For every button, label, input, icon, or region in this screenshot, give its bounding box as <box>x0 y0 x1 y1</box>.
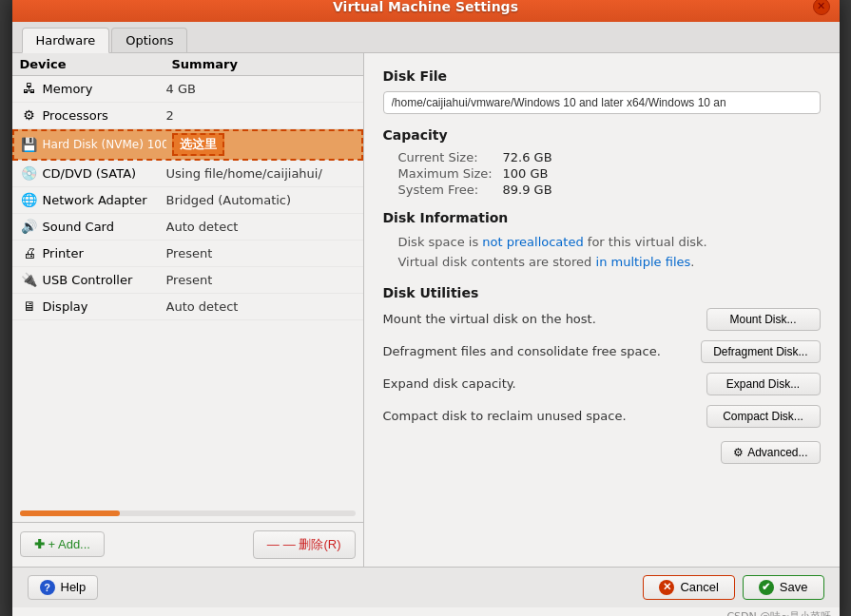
network-summary: Bridged (Automatic) <box>166 193 356 207</box>
device-row-processors[interactable]: ⚙ Processors 2 <box>12 103 363 129</box>
cd-dvd-summary: Using file/home/caijiahui/ <box>166 166 356 181</box>
utility-defrag-row: Defragment files and consolidate free sp… <box>383 340 821 363</box>
add-button[interactable]: ✚ + Add... <box>20 531 105 557</box>
delete-button[interactable]: — — 删除(R) <box>253 530 356 559</box>
disk-info-title: Disk Information <box>383 210 821 225</box>
device-row-display[interactable]: 🖥 Display Auto detect <box>12 294 363 320</box>
display-icon: 🖥 <box>20 298 39 314</box>
printer-icon: 🖨 <box>20 245 39 260</box>
usb-name: USB Controller <box>43 273 166 287</box>
capacity-current-value: 72.6 GB <box>503 150 552 164</box>
memory-name: Memory <box>43 82 166 96</box>
cancel-icon: ✕ <box>659 580 674 595</box>
utility-expand-text: Expand disk capacity. <box>383 376 706 391</box>
disk-info-line1: Disk space is not preallocated for this … <box>383 233 821 252</box>
advanced-label: Advanced... <box>747 446 807 459</box>
tab-options[interactable]: Options <box>111 28 187 52</box>
help-icon: ? <box>40 580 55 595</box>
disk-file-section-title: Disk File <box>383 68 821 84</box>
col-device-header: Device <box>20 57 172 71</box>
sound-icon: 🔊 <box>20 219 39 234</box>
hard-disk-icon: 💾 <box>20 137 39 152</box>
device-list: 🖧 Memory 4 GB ⚙ Processors 2 💾 Hard Disk… <box>12 76 363 320</box>
device-row-hard-disk[interactable]: 💾 Hard Disk (NVMe) 100 GB 选这里 <box>12 129 363 161</box>
right-panel: Disk File Capacity Current Size: 72.6 GB… <box>364 53 840 567</box>
expand-disk-button[interactable]: Expand Disk... <box>706 373 821 395</box>
device-row-sound[interactable]: 🔊 Sound Card Auto detect <box>12 214 363 241</box>
help-label: Help <box>61 580 87 594</box>
usb-summary: Present <box>166 273 356 287</box>
titlebar: Virtual Machine Settings ✕ <box>12 0 840 22</box>
del-label: — 删除(R) <box>283 536 341 553</box>
tab-hardware[interactable]: Hardware <box>22 28 110 53</box>
disk-info-line2: Virtual disk contents are stored in mult… <box>383 253 821 272</box>
capacity-section-title: Capacity <box>383 127 821 143</box>
cancel-label: Cancel <box>680 580 718 594</box>
processors-summary: 2 <box>166 108 356 123</box>
disk-info-section: Disk Information Disk space is not preal… <box>383 210 821 272</box>
device-row-memory[interactable]: 🖧 Memory 4 GB <box>12 76 363 103</box>
disk-utilities-section: Disk Utilities Mount the virtual disk on… <box>383 285 821 428</box>
cancel-button[interactable]: ✕ Cancel <box>643 575 734 600</box>
capacity-system-row: System Free: 89.9 GB <box>383 183 821 197</box>
close-icon: ✕ <box>817 0 825 12</box>
save-icon: ✔ <box>759 580 774 595</box>
disk-file-path-input[interactable] <box>383 91 821 114</box>
device-row-usb[interactable]: 🔌 USB Controller Present <box>12 267 363 294</box>
capacity-maximum-label: Maximum Size: <box>398 166 503 181</box>
processors-name: Processors <box>43 108 166 123</box>
right-actions: ⚙ Advanced... <box>383 441 821 464</box>
save-label: Save <box>780 580 808 594</box>
network-name: Network Adapter <box>43 193 166 207</box>
gear-icon: ⚙ <box>733 446 744 459</box>
usb-icon: 🔌 <box>20 272 39 287</box>
display-summary: Auto detect <box>166 299 356 314</box>
advanced-button[interactable]: ⚙ Advanced... <box>721 441 820 464</box>
device-row-printer[interactable]: 🖨 Printer Present <box>12 241 363 267</box>
sound-summary: Auto detect <box>166 220 356 234</box>
annotation-label: 选这里 <box>172 133 224 156</box>
compact-disk-button[interactable]: Compact Disk... <box>706 405 821 428</box>
add-icon: ✚ <box>34 537 45 551</box>
capacity-current-row: Current Size: 72.6 GB <box>383 150 821 164</box>
hard-disk-name: Hard Disk (NVMe) 100 GB <box>43 138 166 151</box>
cd-dvd-name: CD/DVD (SATA) <box>43 166 166 181</box>
network-icon: 🌐 <box>20 192 39 207</box>
capacity-maximum-row: Maximum Size: 100 GB <box>383 166 821 181</box>
utility-compact-row: Compact disk to reclaim unused space. Co… <box>383 405 821 428</box>
utility-defrag-text: Defragment files and consolidate free sp… <box>383 344 702 358</box>
disk-utilities-title: Disk Utilities <box>383 285 821 300</box>
device-row-cd-dvd[interactable]: 💿 CD/DVD (SATA) Using file/home/caijiahu… <box>12 161 363 187</box>
utility-mount-row: Mount the virtual disk on the host. Moun… <box>383 308 821 331</box>
cd-dvd-icon: 💿 <box>20 165 39 181</box>
help-button[interactable]: ? Help <box>28 575 99 600</box>
capacity-system-label: System Free: <box>398 183 503 197</box>
close-button[interactable]: ✕ <box>813 0 830 15</box>
capacity-current-label: Current Size: <box>398 150 503 164</box>
capacity-system-value: 89.9 GB <box>503 183 552 197</box>
watermark: CSDN @哇~是小菜呀 <box>12 607 840 617</box>
device-row-network[interactable]: 🌐 Network Adapter Bridged (Automatic) <box>12 187 363 214</box>
utility-compact-text: Compact disk to reclaim unused space. <box>383 409 706 423</box>
defragment-disk-button[interactable]: Defragment Disk... <box>701 340 820 363</box>
main-window: Virtual Machine Settings ✕ Hardware Opti… <box>12 0 840 616</box>
printer-summary: Present <box>166 246 356 260</box>
progress-bar-fill <box>20 510 121 516</box>
utility-expand-row: Expand disk capacity. Expand Disk... <box>383 373 821 395</box>
tab-bar: Hardware Options <box>12 22 840 53</box>
memory-icon: 🖧 <box>20 81 39 96</box>
mount-disk-button[interactable]: Mount Disk... <box>706 308 821 331</box>
sound-name: Sound Card <box>43 220 166 234</box>
memory-summary: 4 GB <box>166 82 356 96</box>
window-title: Virtual Machine Settings <box>333 0 518 14</box>
main-content: Device Summary 🖧 Memory 4 GB ⚙ Processor… <box>12 53 840 567</box>
display-name: Display <box>43 299 166 314</box>
capacity-maximum-value: 100 GB <box>503 166 549 181</box>
table-header: Device Summary <box>12 53 363 76</box>
save-button[interactable]: ✔ Save <box>743 575 824 600</box>
progress-bar-container <box>20 510 356 516</box>
bottom-right-actions: ✕ Cancel ✔ Save <box>643 575 823 600</box>
col-summary-header: Summary <box>172 57 356 71</box>
bottom-bar: ? Help ✕ Cancel ✔ Save <box>12 567 840 607</box>
processors-icon: ⚙ <box>20 107 39 123</box>
